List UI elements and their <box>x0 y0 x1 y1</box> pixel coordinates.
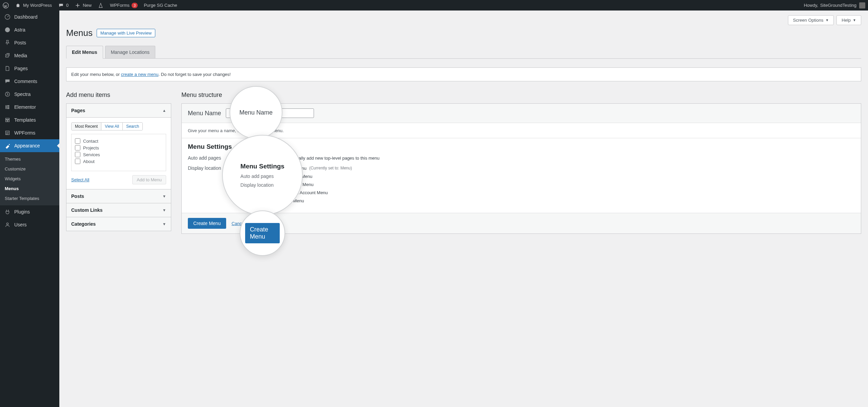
site-link[interactable]: My WordPress <box>15 2 52 8</box>
page-item-projects[interactable]: Projects <box>75 144 162 151</box>
chevron-down-icon: ▼ <box>162 208 166 212</box>
purge-cache-link[interactable]: Purge SG Cache <box>144 3 177 8</box>
submenu-menus[interactable]: Menus <box>0 184 59 194</box>
avatar[interactable] <box>859 2 865 8</box>
page-checkbox[interactable] <box>75 159 80 164</box>
submenu-starter-templates[interactable]: Starter Templates <box>0 194 59 203</box>
location-checkbox[interactable] <box>271 190 276 195</box>
sidebar-item-wpforms[interactable]: WPForms <box>0 126 59 139</box>
user-name: SiteGroundTesting <box>820 3 856 8</box>
page-checkbox[interactable] <box>75 138 80 144</box>
location-secondary[interactable]: Secondary Menu <box>271 174 352 179</box>
svg-rect-5 <box>6 105 7 109</box>
page-item-label: Services <box>83 152 100 157</box>
submenu-themes[interactable]: Themes <box>0 154 59 164</box>
sidebar-item-astra[interactable]: Astra <box>0 23 59 36</box>
notice-text-pre: Edit your menu below, or <box>71 72 121 77</box>
sidebar-item-pages[interactable]: Pages <box>0 62 59 75</box>
mini-tab-recent[interactable]: Most Recent <box>72 123 101 130</box>
page-item-label: About <box>83 159 95 164</box>
mini-tab-search[interactable]: Search <box>123 123 142 130</box>
svg-rect-8 <box>7 108 9 109</box>
categories-label: Categories <box>71 221 96 227</box>
sidebar-item-templates[interactable]: Templates <box>0 114 59 126</box>
sidebar-item-elementor[interactable]: Elementor <box>0 101 59 114</box>
sidebar-item-label: Users <box>14 222 27 227</box>
sidebar-item-users[interactable]: Users <box>0 218 59 231</box>
site-name: My WordPress <box>23 3 52 8</box>
help-button[interactable]: Help▼ <box>836 15 861 25</box>
menu-name-input[interactable] <box>226 108 314 118</box>
auto-add-option[interactable]: Automatically add new top-level pages to… <box>271 155 379 161</box>
location-offcanvas[interactable]: Off-Canvas Menu <box>271 182 352 187</box>
sidebar-item-plugins[interactable]: Plugins <box>0 205 59 218</box>
sidebar-item-label: Plugins <box>14 209 30 215</box>
appearance-icon <box>4 142 11 149</box>
sidebar-item-label: Media <box>14 53 27 58</box>
location-footer[interactable]: Footer Menu <box>271 198 352 203</box>
menu-hint: Give your menu a name, then click Create… <box>188 128 284 133</box>
new-link[interactable]: New <box>75 2 92 8</box>
sidebar-item-appearance[interactable]: Appearance <box>0 139 59 152</box>
create-menu-button[interactable]: Create Menu <box>188 218 226 229</box>
chevron-down-icon: ▼ <box>162 194 166 198</box>
tab-edit-menus[interactable]: Edit Menus <box>66 46 103 59</box>
submenu-customize[interactable]: Customize <box>0 164 59 174</box>
howdy-link[interactable]: Howdy, SiteGroundTesting <box>804 3 856 8</box>
page-checkbox[interactable] <box>75 145 80 150</box>
notice-text-post: . Do not forget to save your changes! <box>158 72 231 77</box>
add-items-accordion: Pages▲ Most Recent View All Search Conta… <box>66 103 171 231</box>
accordion-pages-head[interactable]: Pages▲ <box>66 104 171 118</box>
cancel-link[interactable]: Cancel <box>232 221 245 226</box>
astra-bar-link[interactable] <box>98 2 104 8</box>
accordion-posts-head[interactable]: Posts▼ <box>66 189 171 203</box>
location-checkbox[interactable] <box>271 198 276 203</box>
auto-add-text: Automatically add new top-level pages to… <box>279 156 379 161</box>
page-checkbox[interactable] <box>75 152 80 157</box>
admin-bar: My WordPress 0 New WPForms3 Purge SG Cac… <box>0 0 868 11</box>
live-preview-button[interactable]: Manage with Live Preview <box>97 29 155 37</box>
location-loggedin[interactable]: Logged In Account Menu <box>271 190 352 195</box>
screen-options-label: Screen Options <box>793 18 824 23</box>
nav-tabs: Edit Menus Manage Locations <box>66 46 861 59</box>
sidebar-item-label: Astra <box>14 27 25 33</box>
page-item-label: Contact <box>83 139 98 144</box>
sidebar-item-comments[interactable]: Comments <box>0 75 59 88</box>
wp-logo[interactable] <box>3 2 9 8</box>
create-new-menu-link[interactable]: create a new menu <box>121 72 159 77</box>
location-checkbox[interactable] <box>271 174 276 179</box>
select-all-link[interactable]: Select All <box>71 177 89 182</box>
location-label: Logged In Account Menu <box>279 190 328 195</box>
screen-options-button[interactable]: Screen Options▼ <box>788 15 834 25</box>
users-icon <box>4 221 11 228</box>
location-extra: (Currently set to: Menu) <box>309 166 352 170</box>
sidebar-item-label: Spectra <box>14 91 31 97</box>
sidebar-item-spectra[interactable]: Spectra <box>0 88 59 101</box>
accordion-categories-head[interactable]: Categories▼ <box>66 217 171 231</box>
add-to-menu-button[interactable]: Add to Menu <box>132 175 166 184</box>
submenu-widgets[interactable]: Widgets <box>0 174 59 184</box>
location-label: Primary Menu <box>279 166 307 171</box>
page-item-services[interactable]: Services <box>75 151 162 158</box>
accordion-custom-links-head[interactable]: Custom Links▼ <box>66 203 171 217</box>
location-primary[interactable]: Primary Menu (Currently set to: Menu) <box>271 165 352 171</box>
new-label: New <box>83 3 92 8</box>
sidebar-item-media[interactable]: Media <box>0 49 59 62</box>
location-checkbox[interactable] <box>271 182 276 187</box>
tab-manage-locations[interactable]: Manage Locations <box>105 46 155 58</box>
wpforms-link[interactable]: WPForms3 <box>110 3 138 8</box>
comments-link[interactable]: 0 <box>58 2 68 8</box>
auto-add-checkbox[interactable] <box>271 155 276 161</box>
sidebar-item-posts[interactable]: Posts <box>0 36 59 49</box>
wpforms-badge: 3 <box>132 3 138 8</box>
mini-tab-view-all[interactable]: View All <box>101 123 123 130</box>
chevron-down-icon: ▼ <box>853 18 856 22</box>
page-item-about[interactable]: About <box>75 158 162 165</box>
astra-icon <box>4 26 11 33</box>
custom-links-label: Custom Links <box>71 207 103 213</box>
location-checkbox[interactable] <box>271 165 276 171</box>
spectra-icon <box>4 91 11 98</box>
posts-heading-label: Posts <box>71 194 84 199</box>
sidebar-item-dashboard[interactable]: Dashboard <box>0 11 59 23</box>
page-item-contact[interactable]: Contact <box>75 138 162 144</box>
